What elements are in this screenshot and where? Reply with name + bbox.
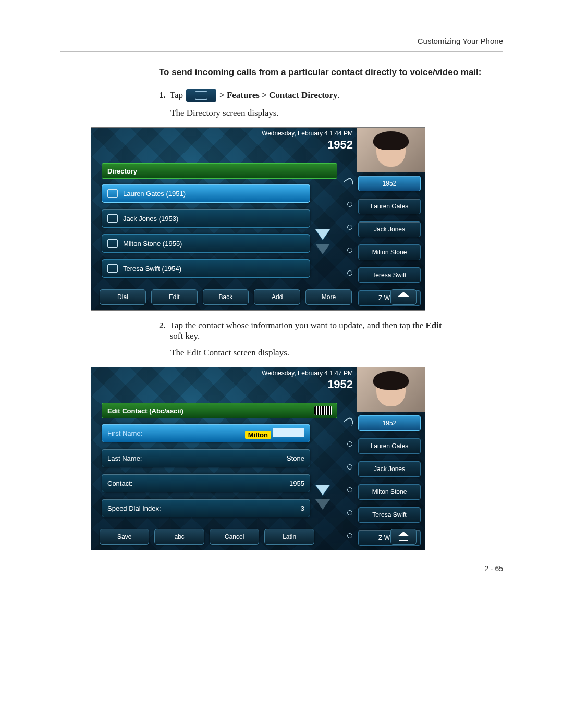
line-key-label: Milton Stone [372, 488, 407, 496]
text-cursor [273, 428, 304, 437]
edit-title-bar: Edit Contact (Abc/ascii) [102, 403, 337, 418]
chevron-down-icon[interactable] [315, 485, 330, 495]
softkey-latin[interactable]: Latin [264, 529, 314, 545]
field-contact[interactable]: Contact: 1955 [102, 474, 310, 492]
line-key-label: 1952 [383, 419, 397, 427]
keyboard-icon[interactable] [314, 406, 332, 415]
line-key[interactable]: 1952 [358, 415, 421, 431]
edit-contact-screenshot: Wednesday, February 4 1:47 PM 1952 Edit … [91, 367, 425, 550]
home-icon [399, 533, 408, 541]
chevron-down-icon[interactable] [315, 229, 330, 240]
person-icon [344, 487, 354, 497]
page-header-section: Customizing Your Phone [60, 36, 503, 45]
line-key-label: Jack Jones [374, 465, 405, 473]
line-key[interactable]: Jack Jones [358, 461, 421, 477]
line-number: 1952 [262, 138, 353, 152]
line-key[interactable]: Jack Jones [358, 221, 421, 237]
softkey-back[interactable]: Back [203, 289, 249, 305]
edit-title: Edit Contact (Abc/ascii) [107, 407, 183, 415]
scroll-arrows[interactable] [315, 229, 330, 254]
line-key[interactable]: Lauren Gates [358, 199, 421, 214]
person-icon [344, 510, 354, 520]
contact-name: Jack Jones (1953) [123, 215, 178, 223]
field-value[interactable]: Milton [245, 431, 271, 439]
handset-icon [344, 418, 354, 428]
step-2-text-a: Tap the contact whose information you wa… [170, 320, 426, 330]
step-1-result: The Directory screen displays. [170, 108, 503, 118]
step-1-tap: Tap [170, 90, 183, 101]
softkey-save[interactable]: Save [100, 529, 149, 545]
step-2-edit: Edit [425, 320, 442, 330]
field-label: Last Name: [107, 454, 142, 462]
softkey-more[interactable]: More [305, 289, 352, 305]
chevron-down-icon[interactable] [315, 499, 330, 510]
status-bar: Wednesday, February 4 1:47 PM 1952 [262, 369, 353, 391]
step-1: 1. Tap > Features > Contact Directory . [159, 89, 503, 102]
softkey-cancel[interactable]: Cancel [210, 529, 259, 545]
directory-title-bar: Directory [102, 163, 337, 179]
person-icon [344, 270, 354, 280]
home-button[interactable] [390, 529, 417, 545]
line-key-label: Jack Jones [374, 226, 405, 233]
status-datetime: Wednesday, February 4 1:44 PM [262, 130, 353, 137]
step-2-result: The Edit Contact screen displays. [170, 348, 503, 358]
field-list: First Name: Milton Last Name: Stone Cont… [102, 424, 310, 524]
step-1-period: . [337, 90, 339, 101]
line-key-label: Teresa Swift [372, 511, 406, 519]
list-item[interactable]: Milton Stone (1955) [102, 234, 310, 253]
line-key-label: Teresa Swift [372, 272, 406, 279]
person-icon [344, 202, 354, 211]
field-value: 3 [301, 504, 304, 512]
contact-card-icon [107, 239, 118, 248]
step-1-number: 1. [159, 90, 166, 101]
person-icon [344, 225, 354, 234]
line-key-label: Lauren Gates [371, 203, 409, 210]
header-divider [60, 51, 503, 52]
list-item[interactable]: Lauren Gates (1951) [102, 184, 310, 203]
line-key-label: Milton Stone [372, 249, 407, 256]
list-item[interactable]: Jack Jones (1953) [102, 209, 310, 228]
home-icon [399, 293, 408, 301]
contact-name: Lauren Gates (1951) [123, 190, 186, 198]
avatar [357, 128, 425, 172]
line-key[interactable]: Milton Stone [358, 484, 421, 500]
field-speed-dial[interactable]: Speed Dial Index: 3 [102, 499, 310, 517]
directory-title: Directory [107, 167, 137, 175]
line-key[interactable]: Teresa Swift [358, 507, 421, 523]
field-first-name[interactable]: First Name: Milton [102, 424, 310, 442]
person-icon [344, 464, 354, 474]
home-button[interactable] [390, 289, 417, 305]
field-label: First Name: [107, 429, 142, 437]
step-1-path: > Features > Contact Directory [219, 90, 337, 101]
line-key-label: 1952 [383, 180, 397, 187]
step-2-text-b: soft key. [170, 331, 200, 341]
contact-card-icon [107, 214, 118, 223]
field-label: Speed Dial Index: [107, 504, 161, 512]
softkey-bar: Save abc Cancel Latin [100, 529, 417, 545]
softkey-abc[interactable]: abc [154, 529, 204, 545]
person-icon [344, 441, 354, 451]
line-key-label: Lauren Gates [371, 442, 409, 450]
field-last-name[interactable]: Last Name: Stone [102, 449, 310, 467]
contact-card-icon [107, 189, 118, 198]
scroll-arrows[interactable] [315, 485, 330, 510]
softkey-edit[interactable]: Edit [151, 289, 198, 305]
contact-card-icon [107, 264, 118, 273]
chevron-down-icon[interactable] [315, 244, 330, 254]
directory-screenshot: Wednesday, February 4 1:44 PM 1952 Direc… [91, 128, 425, 310]
line-key[interactable]: Lauren Gates [358, 438, 421, 454]
softkey-add[interactable]: Add [254, 289, 300, 305]
step-2: 2. Tap the contact whose information you… [159, 320, 503, 341]
list-item[interactable]: Teresa Swift (1954) [102, 259, 310, 278]
line-key[interactable]: 1952 [358, 176, 421, 191]
line-key[interactable]: Milton Stone [358, 244, 421, 260]
contact-list: Lauren Gates (1951) Jack Jones (1953) Mi… [102, 184, 310, 284]
menu-icon [186, 89, 216, 102]
person-icon [344, 248, 354, 257]
status-bar: Wednesday, February 4 1:44 PM 1952 [262, 130, 353, 152]
step-2-number: 2. [159, 320, 166, 331]
contact-name: Milton Stone (1955) [123, 240, 182, 248]
softkey-dial[interactable]: Dial [100, 289, 146, 305]
line-key[interactable]: Teresa Swift [358, 267, 421, 283]
line-number: 1952 [262, 378, 353, 391]
